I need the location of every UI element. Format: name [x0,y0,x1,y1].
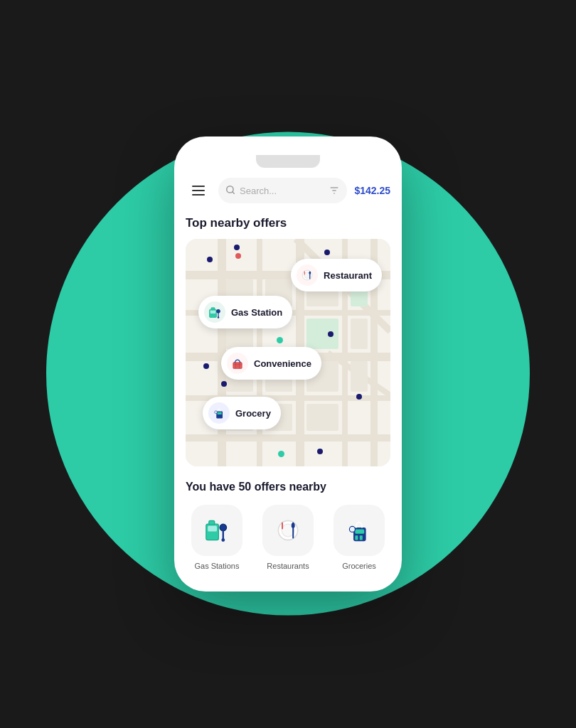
menu-line-2 [192,190,205,191]
offers-title: You have 50 offers nearby [186,481,390,493]
grocery-label: Grocery [235,408,271,419]
category-row: Gas Stations Restaurants [186,505,390,570]
map-dot-green [278,451,284,457]
groceries-label: Groceries [342,562,376,570]
map-dot [203,363,209,369]
svg-rect-51 [209,520,215,525]
groceries-icon-wrap [334,505,385,556]
convenience-label: Convenience [254,358,311,369]
map-dot [221,381,227,387]
svg-rect-59 [292,523,295,528]
top-offers-title: Top nearby offers [174,216,402,230]
map-dot [234,245,240,250]
map-dot [207,257,213,262]
svg-rect-41 [309,272,311,274]
grocery-pill-icon [208,402,230,424]
header: Search... $142.25 [174,178,402,203]
map-dot-red [235,253,241,259]
search-bar[interactable]: Search... [218,178,347,203]
search-icon [225,185,235,197]
menu-button[interactable] [186,178,211,203]
gas-stations-label: Gas Stations [195,562,240,570]
map-pill-gas[interactable]: Gas Station [198,296,292,328]
gas-station-pill-icon [204,301,225,323]
category-item-groceries[interactable]: Groceries [328,505,390,570]
svg-rect-63 [355,535,358,540]
svg-point-54 [221,538,225,542]
svg-point-36 [218,316,220,318]
phone-notch-area [174,151,402,172]
category-item-restaurants[interactable]: Restaurants [257,505,319,570]
filter-icon[interactable] [329,185,340,196]
svg-line-1 [233,191,235,193]
search-placeholder-text: Search... [240,186,324,196]
svg-rect-64 [360,535,363,540]
gas-stations-icon-wrap [191,505,242,556]
menu-line-1 [192,186,205,187]
phone-frame: Search... $142.25 Top nearby offers [174,136,402,592]
svg-rect-33 [211,308,215,310]
restaurants-icon [274,516,302,545]
restaurant-label: Restaurant [324,270,372,281]
svg-rect-47 [218,412,222,414]
offers-section: You have 50 offers nearby [174,481,402,570]
svg-point-48 [215,411,218,414]
svg-point-34 [217,309,220,313]
map-dot [328,331,334,337]
category-item-gas-stations[interactable]: Gas Stations [186,505,248,570]
restaurant-pill-icon [297,264,318,286]
gas-stations-icon [203,516,231,545]
svg-rect-32 [210,311,216,314]
groceries-icon [345,516,373,545]
svg-point-62 [349,526,355,532]
restaurants-label: Restaurants [267,562,309,570]
map-dot-green [277,337,283,343]
map-pill-convenience[interactable]: Convenience [221,347,321,380]
map-pill-restaurant[interactable]: Restaurant [291,259,382,291]
gas-station-label: Gas Station [231,307,282,318]
map-container[interactable]: Gas Station Restaurant [186,239,390,466]
restaurants-icon-wrap [262,505,314,556]
map-pill-grocery[interactable]: Grocery [203,397,281,429]
phone-screen: Search... $142.25 Top nearby offers [174,136,402,592]
svg-rect-50 [208,526,217,532]
svg-rect-42 [233,363,242,369]
menu-line-3 [192,194,205,196]
map-dot [324,250,330,255]
notch [256,155,320,168]
map-dot [356,394,362,400]
map-dot [317,449,323,454]
balance-amount: $142.25 [354,185,390,196]
convenience-pill-icon [227,353,248,374]
svg-point-52 [220,524,227,531]
svg-rect-61 [355,529,364,533]
